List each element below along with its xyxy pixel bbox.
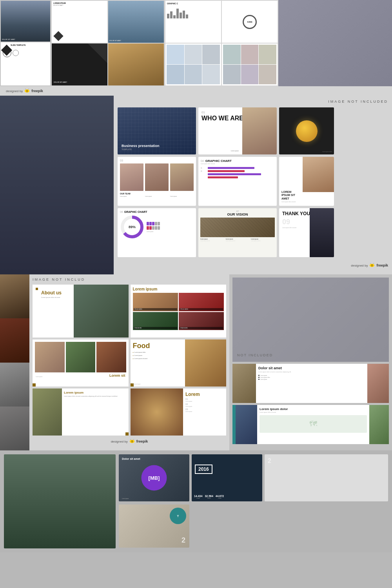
svg-line-9 (373, 263, 374, 264)
lorem-sit-p1 (35, 342, 65, 372)
tm1-title: LOREM IPSUM (53, 2, 106, 4)
tmr2-circle-stat: 4356 (243, 15, 257, 29)
page-wrapper: DOLOR SIT AMET SLIDE TEMPLETE 2345 LOREM… (0, 0, 392, 588)
food-slides-block: IMAGE NOT INCLUD About us Lorem ipsum do… (29, 274, 229, 450)
food-grid-dark: ITEM HERE (179, 312, 224, 330)
chart06-header: 06 GRAPHIC CHART (120, 211, 194, 213)
lorem-ipsum-food-title: Lorem ipsum (133, 287, 224, 291)
chart04-title: GRAPHIC CHART (205, 159, 232, 163)
svg-line-12 (130, 439, 131, 440)
lorem-dolor-title: Lorem ipsum dolor (260, 407, 367, 411)
vision-photo-overlay (200, 218, 275, 237)
vision-col1: Lorem ipsum Lorem ipsum dolor sit (200, 238, 224, 241)
food-slide-lorem-sit: Lorem ipsum Lorem sit (33, 339, 129, 387)
food-not-included-label: IMAGE NOT INCLUD (33, 278, 226, 281)
top-left-preview: DOLOR SIT AMET SLIDE TEMPLETE 2345 (0, 0, 51, 86)
stat-circle-2 (13, 50, 19, 56)
svg-line-2 (25, 89, 26, 89)
designed-by-row1: designed by freepik (0, 86, 392, 96)
tmr4-grid2 (223, 45, 276, 84)
lorem3-num2: 02 (185, 403, 224, 405)
mb-circle-purple: [MB] (142, 465, 167, 491)
lorem2-content: Lorem ipsum Lorem ipsum dolor sit amet c… (64, 388, 129, 400)
chart04-num: 04 (201, 160, 204, 162)
row4-bottom: Dolor sit amet [MB] Lorem ipsum 2016 14.… (0, 450, 392, 552)
designed-text-1: designed by (6, 89, 23, 93)
right-col-not-incl: NOT INCLUDED (237, 353, 273, 357)
top-midleft: LOREM IPSUM DOLOR SIT AMET DOLOR SIT AME… (51, 0, 165, 86)
preview-mountain-img (1, 1, 50, 42)
top-far-right (278, 0, 392, 86)
slide-our-team: 03 OUR TEAM Lorem ipsum Lorem ipsum Lore… (118, 157, 196, 206)
year-stat1-num: 14.434 (194, 495, 202, 497)
svg-line-3 (28, 89, 29, 89)
slide-business-pres: Business presentation TEMPLATE (118, 107, 196, 154)
lorem3-title: Lorem (185, 392, 224, 397)
vision-main-photo (200, 218, 275, 237)
food-strip-4 (0, 407, 29, 450)
donut-chart: 89% (120, 215, 144, 239)
slide-lorem-ipsum-dolor: Lorem ipsum dolor Lorem ipsum dolor sit … (232, 405, 389, 444)
food-slide-about: About us Lorem ipsum dolor sit amet (33, 285, 129, 338)
bottom-forest-photo (4, 454, 116, 548)
row3-food: IMAGE NOT INCLUD About us Lorem ipsum do… (0, 274, 392, 450)
world-map-visual: 🗺 (260, 415, 367, 433)
dolor-right1-photo2 (367, 364, 389, 403)
food-strip-3 (0, 363, 29, 407)
food-bottom-label: Lorem sit amet (133, 383, 141, 385)
bulb-small-text: Lorem ipsum dolor (322, 151, 332, 152)
lorem3-big-photo (131, 388, 183, 436)
lorem-dolor-left-accent (232, 405, 236, 444)
mb-bottom-label: Lorem ipsum (122, 498, 129, 499)
accent-sq-1 (36, 288, 38, 290)
food-strip-1 (0, 274, 29, 318)
row2-left-dark (0, 96, 114, 274)
year-stat-2: 32.564 Lorem (205, 495, 213, 499)
lorem-sit-text-row: Lorem ipsum Lorem sit (35, 374, 126, 377)
slide-zebra: T 2 (119, 505, 189, 548)
food-grid-red: TITLE HERE (179, 293, 224, 311)
freepik-bee-icon-1 (24, 88, 30, 94)
vision-col3: Lorem ipsum Lorem ipsum dolor sit (251, 238, 275, 241)
biz-text: Business presentation TEMPLATE (122, 144, 160, 151)
designed-text-2: designed by (351, 264, 368, 267)
far-right-blur (278, 0, 392, 86)
food-slide-lorem3: Lorem 01 Lorem ipsum 02 Lorem ipsum 03 L… (131, 388, 227, 436)
bottom-row2: T 2 (119, 505, 388, 548)
lorem-sit-p3 (96, 342, 126, 372)
lorem2-title: Lorem ipsum (64, 391, 126, 394)
freepik-bee-icon-2 (369, 263, 375, 268)
svg-line-8 (370, 263, 371, 264)
lorem3-content: Lorem 01 Lorem ipsum 02 Lorem ipsum 03 L… (183, 388, 226, 416)
year-stats-row: 14.434 Lorem 32.564 Lorem 44.672 Lorem (194, 495, 260, 499)
biz-main-title: Business presentation (122, 144, 160, 148)
vision-title: OUR VISION (200, 212, 275, 216)
slide-dolor-right1: Dolor sit amet Lorem ipsum dolor sit ame… (232, 364, 389, 403)
tm4-img (108, 44, 164, 85)
dolor-title: Dolor sit amet (258, 366, 365, 370)
lorem05-title: LOREM IPSUM SIT AMET (281, 191, 301, 200)
freepik-text-3: freepik (136, 439, 148, 443)
food-grid-2x3: About us Lorem ipsum dolor sit amet Lore… (33, 285, 226, 436)
vision-col2: Lorem ipsum Lorem ipsum dolor sit (226, 238, 250, 241)
slide-lorem-05: 05 LOREM IPSUM SIT AMET Lorem ipsum dolo… (279, 157, 334, 206)
lorem05-photo (303, 157, 334, 192)
food-grid-burger: TITLE HERE (133, 293, 178, 311)
food-slide-food: Food •Lorem ipsum dolor •Lorem ipsum •Lo… (131, 339, 227, 387)
lorem2-text: Lorem ipsum dolor sit amet consectetur a… (64, 396, 126, 397)
thank-photo (310, 208, 334, 257)
lorem-dolor-photo (236, 405, 257, 444)
year-stat2-num: 32.564 (205, 495, 213, 497)
lorem05-text-area: LOREM IPSUM SIT AMET Lorem ipsum dolor s… (281, 191, 301, 203)
tmr1-bars (167, 7, 220, 18)
lorem2-left-photo (33, 388, 62, 436)
zebra-big-num: 2 (181, 536, 185, 544)
our-team-label: OUR TEAM (120, 192, 194, 195)
tm1-diamond (53, 31, 63, 41)
vision-three-cols: Lorem ipsum Lorem ipsum dolor sit Lorem … (200, 238, 275, 241)
right-col-top-overlay (232, 278, 389, 362)
svg-line-13 (133, 439, 134, 440)
accent-sq-lorem2 (125, 432, 129, 436)
lorem-dolor-content: Lorem ipsum dolor Lorem ipsum dolor sit … (257, 405, 369, 444)
slide-thank-you: THANK YOU 09 Lorem ipsum dolor sit amet (279, 208, 334, 257)
